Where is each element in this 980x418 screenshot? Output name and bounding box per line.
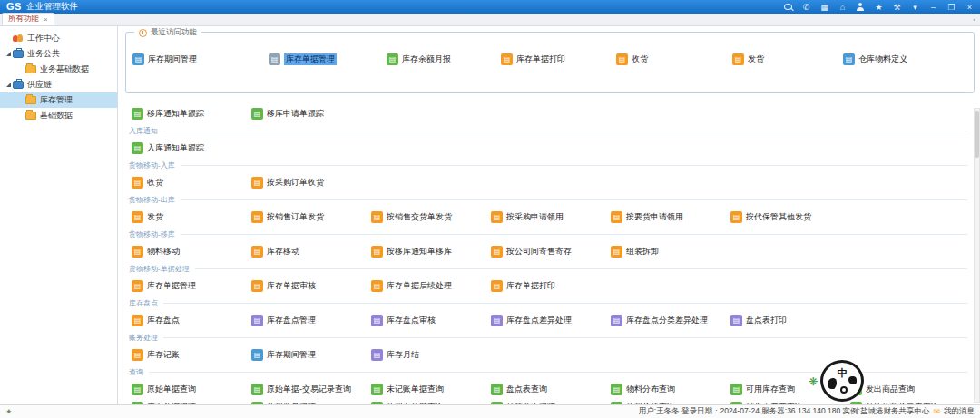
message-envelope-icon[interactable]: ✉ [933, 407, 940, 416]
section-divider-line [181, 234, 967, 235]
function-item-label: 收货 [147, 177, 163, 189]
main-panel: 最近访问功能 ▤库存期间管理▤库存单据管理▤库存余额月报▤库存单据打印▤收货▤发… [118, 26, 980, 404]
function-item[interactable]: ▤物料价格查询 [611, 398, 730, 404]
tab-all-functions[interactable]: 所有功能× [2, 13, 54, 25]
function-item[interactable]: ▤库存盘点差异处理 [491, 311, 611, 329]
document-icon: ▤ [611, 402, 622, 405]
tab-close-icon[interactable]: × [44, 15, 48, 24]
function-item[interactable]: ▤外协物料价目表查询 [850, 398, 970, 404]
function-item[interactable]: ▤库存单据打印 [491, 277, 611, 295]
tab-bar: 所有功能× ▪ [0, 14, 980, 26]
function-item[interactable]: ▤原始单据查询 [132, 380, 251, 398]
function-item[interactable]: ▤物料批号跟踪 [251, 398, 371, 404]
function-item[interactable]: ▤库存移动 [251, 242, 371, 260]
stamp-blob [848, 376, 857, 384]
apps-grid-icon[interactable]: ▦ [820, 3, 828, 12]
people-icon [13, 34, 24, 43]
function-item[interactable]: ▤库存盘点 [132, 311, 251, 329]
function-item-label: 库存记账 [147, 349, 180, 361]
function-item[interactable]: ▤物料分布查询 [611, 380, 730, 398]
expanded-triangle [6, 83, 11, 87]
function-item[interactable]: ▤库存月结 [371, 345, 491, 364]
function-item-label: 按销售订单发货 [267, 211, 324, 223]
section-title: 库存盘点 [129, 298, 158, 308]
function-item[interactable]: ▤库存单据审核 [251, 277, 371, 295]
function-item[interactable]: ▤库存单据打印 [501, 52, 616, 66]
function-item[interactable]: ▤物料有效期查询 [371, 398, 491, 404]
document-icon: ▤ [616, 53, 628, 65]
function-item[interactable]: ▤物料移动 [132, 242, 251, 260]
function-item-label: 物料分布查询 [626, 384, 675, 395]
tree-item-供应链[interactable]: 供应链 [0, 77, 117, 92]
dropdown-icon[interactable]: ▾ [911, 3, 919, 12]
tree-item-基础数据[interactable]: 基础数据 [0, 108, 117, 123]
scrollbar-thumb[interactable] [975, 111, 979, 158]
function-item[interactable]: ▤移库申请单跟踪 [251, 104, 371, 122]
function-item[interactable]: ▤组装拆卸 [611, 242, 730, 260]
function-item[interactable]: ▤库存期间管理 [251, 345, 371, 364]
function-item[interactable]: ▤库存盘点分类差异处理 [611, 311, 730, 329]
document-icon: ▤ [371, 211, 383, 223]
function-item[interactable]: ▤按销售订单发货 [251, 208, 371, 226]
document-icon: ▤ [251, 349, 263, 361]
section-title: 查询 [129, 367, 143, 377]
function-item[interactable]: ▤按采购申请领用 [491, 208, 611, 226]
function-item[interactable]: ▤按代保管其他发货 [730, 208, 850, 226]
function-item-label: 收货 [632, 53, 648, 65]
tree-item-工作中心[interactable]: 工作中心 [0, 31, 117, 46]
pin-icon[interactable]: ▪ [974, 16, 975, 23]
search-icon[interactable] [784, 4, 792, 10]
function-item[interactable]: ▤仓库物料定义 [843, 52, 974, 66]
section-header: 货物移动-移库 [125, 228, 975, 240]
document-icon: ▤ [371, 280, 383, 292]
function-item[interactable]: ▤发货 [732, 52, 843, 66]
function-item[interactable]: ▤原始单据-交易记录查询 [251, 380, 371, 398]
function-item[interactable]: ▤发货 [132, 208, 251, 226]
function-item[interactable]: ▤库存单据跟踪 [132, 398, 251, 404]
tree-item-业务基础数据[interactable]: 业务基础数据 [0, 62, 117, 77]
function-item[interactable]: ▤盘点表查询 [491, 380, 611, 398]
function-item[interactable]: ▤库存盘点审核 [371, 311, 491, 329]
document-icon: ▤ [491, 246, 503, 258]
tree-expander-icon[interactable] [4, 83, 13, 87]
function-item[interactable]: ▤按要货申请领用 [611, 208, 730, 226]
function-item[interactable]: ▤库存盘点管理 [251, 311, 371, 329]
function-item[interactable]: ▤移库通知单跟踪 [132, 104, 251, 122]
favorites-star-icon[interactable]: ★ [875, 3, 883, 12]
function-item[interactable]: ▤库存期间管理 [132, 52, 269, 66]
function-item[interactable]: ▤入库通知单跟踪 [132, 139, 251, 157]
function-item-label: 发出商品查询 [866, 384, 915, 395]
user-icon[interactable] [857, 3, 865, 11]
tree-item-库存管理[interactable]: 库存管理 [0, 92, 117, 108]
function-item[interactable]: ▤收货 [132, 173, 251, 191]
function-item[interactable]: ▤核算批次跟踪 [491, 398, 611, 404]
function-item[interactable]: ▤盘点表打印 [730, 311, 850, 329]
function-item[interactable]: ▤按采购订单收货 [251, 173, 371, 191]
function-item[interactable]: ▤库存单据后续处理 [371, 277, 491, 295]
function-item[interactable]: ▤未记账单据查询 [371, 380, 491, 398]
home-icon[interactable]: ⌂ [838, 3, 847, 12]
function-item-label: 盘点表打印 [746, 315, 787, 326]
tree-item-业务公共[interactable]: 业务公共 [0, 46, 117, 62]
function-item[interactable]: ▤收货 [616, 52, 732, 66]
restore-icon[interactable]: ❐ [947, 3, 956, 12]
function-item[interactable]: ▤发出商品查询 [850, 380, 970, 398]
my-messages-link[interactable]: 我的消息 [944, 406, 975, 417]
close-icon[interactable]: × [965, 3, 974, 12]
function-item[interactable]: ▤库存单据管理 [269, 52, 387, 66]
function-item[interactable]: ▤库存记账 [132, 345, 251, 364]
tree-expander-icon[interactable] [4, 52, 13, 56]
function-item[interactable]: ▤按销售交货单发货 [371, 208, 491, 226]
section-header: 货物移动-入库 [125, 159, 975, 171]
phone-icon[interactable]: ✆ [802, 3, 810, 12]
function-item[interactable]: ▤按公司间寄售寄存 [491, 242, 611, 260]
minimize-icon[interactable]: – [929, 3, 937, 12]
function-item-label: 发货 [748, 53, 764, 65]
tree-item-label: 基础数据 [40, 110, 73, 122]
function-item[interactable]: ▤库存单据管理 [132, 277, 251, 295]
function-item[interactable]: ▤库存余额月报 [387, 52, 501, 66]
vertical-scrollbar[interactable] [974, 108, 980, 403]
function-item[interactable]: ▤按移库通知单移库 [371, 242, 491, 260]
tools-icon[interactable]: ⚒ [893, 3, 901, 12]
section-header: 货物移动-单据处理 [125, 262, 975, 275]
